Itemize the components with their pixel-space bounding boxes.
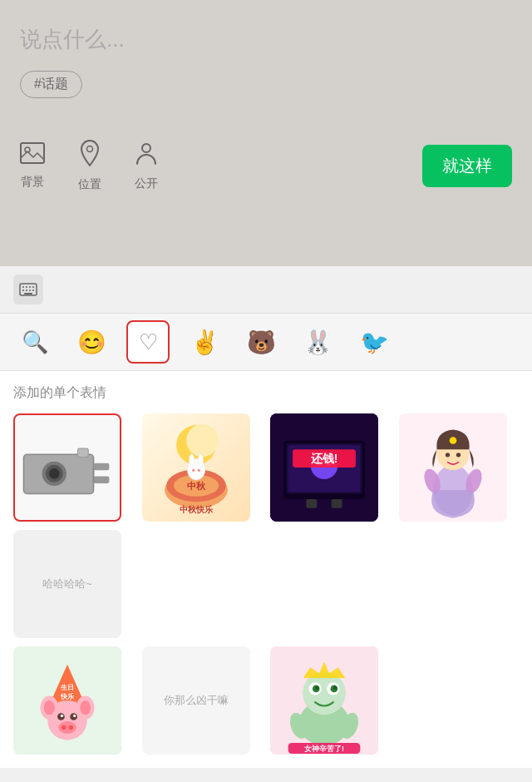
bird-icon: 🐦 [360, 329, 389, 356]
svg-point-33 [197, 469, 200, 472]
svg-point-72 [303, 671, 346, 715]
svg-text:中秋快乐: 中秋快乐 [180, 505, 213, 514]
emoji-face-icon: 😊 [77, 329, 106, 356]
svg-text:生日: 生日 [60, 684, 74, 691]
topic-tag[interactable]: #话题 [20, 71, 82, 98]
svg-point-30 [189, 454, 195, 467]
sticker-payback[interactable]: 还钱! [270, 413, 378, 522]
svg-point-78 [333, 686, 337, 690]
svg-rect-44 [306, 499, 317, 508]
svg-point-77 [315, 686, 318, 690]
submit-button[interactable]: 就这样 [422, 145, 512, 187]
sticker-section: 添加的单个表情 [0, 371, 532, 768]
toolbar-background[interactable]: 背景 [20, 142, 45, 190]
svg-point-18 [49, 468, 60, 479]
location-label: 位置 [78, 177, 101, 192]
sticker-fairy[interactable] [399, 413, 507, 522]
svg-point-2 [87, 146, 93, 152]
svg-text:还钱!: 还钱! [311, 452, 338, 465]
svg-point-66 [62, 725, 66, 730]
category-search[interactable]: 🔍 [13, 320, 57, 364]
svg-text:中秋: 中秋 [187, 481, 206, 491]
sticker-midautumn[interactable]: 中秋 中秋快乐 [142, 413, 250, 522]
background-label: 背景 [21, 175, 44, 190]
toolbar-location[interactable]: 位置 [78, 140, 101, 192]
keyboard-bar [0, 266, 532, 314]
svg-point-63 [61, 715, 63, 717]
svg-point-3 [142, 144, 150, 152]
peace-icon: ✌️ [190, 329, 219, 356]
public-label: 公开 [135, 176, 158, 191]
svg-point-32 [192, 469, 195, 472]
svg-rect-20 [94, 477, 110, 483]
category-bird[interactable]: 🐦 [352, 320, 396, 364]
svg-rect-0 [21, 143, 44, 163]
sticker-grid-row1: 中秋 中秋快乐 [13, 413, 519, 638]
sticker-haha[interactable]: 哈哈哈哈~ [13, 530, 121, 638]
sticker-female-god[interactable]: 女神辛苦了! [270, 646, 378, 755]
sticker-camera[interactable] [13, 413, 121, 522]
background-icon [20, 142, 45, 170]
public-icon [135, 141, 157, 171]
svg-rect-19 [94, 463, 110, 470]
category-emoji-face[interactable]: 😊 [70, 320, 113, 364]
svg-text:快乐: 快乐 [60, 692, 74, 700]
bear-icon: 🐻 [247, 329, 276, 356]
haha-text: 哈哈哈哈~ [36, 570, 99, 598]
svg-rect-45 [332, 499, 342, 508]
heart-icon: ♡ [139, 329, 158, 355]
search-icon: 🔍 [22, 329, 48, 355]
svg-point-24 [186, 424, 219, 457]
svg-point-67 [69, 725, 73, 730]
mean-text: 你那么凶干嘛 [157, 686, 235, 715]
svg-point-53 [449, 437, 456, 444]
sticker-grid-row2: 生日 快乐 你那么凶干嘛 [13, 646, 519, 755]
keyboard-toggle-button[interactable] [13, 275, 43, 304]
category-bear[interactable]: 🐻 [239, 320, 283, 364]
emoji-category-bar: 🔍 😊 ♡ ✌️ 🐻 🐰 🐦 [0, 314, 532, 371]
svg-point-60 [80, 700, 91, 715]
svg-point-65 [58, 721, 76, 734]
compose-toolbar: 背景 位置 公开 就这样 [20, 140, 512, 192]
category-peace[interactable]: ✌️ [183, 320, 226, 364]
compose-area[interactable]: 说点什么... #话题 背景 位置 [0, 0, 532, 266]
category-heart[interactable]: ♡ [126, 320, 170, 364]
svg-text:女神辛苦了!: 女神辛苦了! [303, 744, 344, 753]
section-title: 添加的单个表情 [13, 384, 519, 402]
compose-placeholder: 说点什么... [20, 25, 512, 54]
svg-point-49 [445, 453, 449, 457]
svg-point-64 [73, 715, 76, 717]
sticker-birthday[interactable]: 生日 快乐 [13, 646, 121, 755]
category-rabbit[interactable]: 🐰 [296, 320, 339, 364]
sticker-mean[interactable]: 你那么凶干嘛 [142, 646, 250, 755]
toolbar-public[interactable]: 公开 [135, 141, 158, 191]
svg-point-59 [44, 700, 55, 715]
svg-point-50 [456, 453, 460, 457]
svg-rect-22 [78, 448, 89, 458]
rabbit-icon: 🐰 [303, 329, 332, 356]
location-icon [79, 140, 101, 172]
svg-point-31 [198, 454, 204, 467]
